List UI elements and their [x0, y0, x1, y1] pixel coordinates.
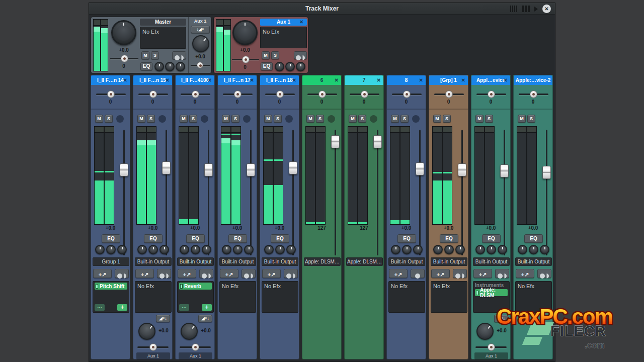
fader-handle[interactable] [373, 135, 382, 148]
solo-button[interactable]: S [527, 115, 535, 123]
pan-knob[interactable] [192, 90, 199, 98]
eq-knob[interactable] [455, 245, 465, 254]
aux-solo-button[interactable]: S [271, 51, 279, 59]
eq-knob[interactable] [529, 245, 538, 254]
eq-knob[interactable] [540, 245, 549, 254]
stereo-button[interactable] [284, 269, 298, 278]
output-selector[interactable]: Built-in Output [515, 257, 552, 266]
eq-button[interactable]: EQ [440, 234, 458, 243]
eq-knob[interactable] [286, 245, 296, 254]
eq-button[interactable]: EQ [228, 234, 247, 243]
fader-handle[interactable] [247, 163, 255, 176]
pan-knob[interactable] [445, 90, 453, 98]
eq-button[interactable]: EQ [144, 234, 163, 243]
pan-knob[interactable] [488, 90, 495, 98]
solo-button[interactable]: S [358, 115, 366, 123]
pan-knob[interactable] [276, 90, 284, 98]
eq-knob[interactable] [233, 245, 243, 254]
mute-button[interactable]: M [222, 115, 230, 123]
mute-button[interactable]: M [180, 115, 188, 123]
record-indicator[interactable] [412, 115, 420, 123]
fader-handle[interactable] [289, 161, 297, 174]
master-volume-knob[interactable] [111, 20, 136, 45]
add-send-button[interactable]: +↗ [135, 269, 154, 278]
record-indicator[interactable] [158, 115, 166, 123]
mute-button[interactable]: M [306, 115, 314, 123]
add-send-button[interactable]: +↗ [473, 269, 492, 278]
eq-button[interactable]: EQ [397, 234, 416, 243]
output-selector[interactable]: Built-in Output [473, 257, 510, 266]
aux-stereo-button[interactable] [294, 51, 307, 59]
master-eq-knob[interactable] [176, 62, 185, 71]
eq-knob[interactable] [264, 245, 274, 254]
solo-button[interactable]: S [231, 115, 239, 123]
record-indicator[interactable] [328, 115, 335, 123]
aux-volume-knob[interactable] [232, 20, 258, 45]
track-close-icon[interactable]: ✕ [292, 75, 296, 85]
efx-box[interactable]: No Efx [262, 281, 298, 313]
eq-knob[interactable] [275, 245, 285, 254]
stereo-button[interactable] [157, 269, 171, 278]
eq-knob[interactable] [413, 245, 423, 254]
output-selector[interactable]: Group 1 [93, 257, 129, 266]
fade-mode-button[interactable]: ◢≡↓ [494, 315, 508, 322]
track-header[interactable]: 7 ✕ [345, 75, 383, 85]
efx-box[interactable]: No Efx [135, 281, 172, 313]
add-send-button[interactable]: +↗ [178, 269, 196, 278]
aux-send-knob[interactable] [476, 323, 494, 340]
aux-efx-box[interactable]: No Efx [260, 27, 307, 48]
efx-box[interactable]: No Efx [515, 281, 552, 313]
aux-eq-button[interactable]: EQ [261, 62, 273, 70]
efx-box[interactable]: Pitch Shift…+ [93, 281, 129, 313]
efx-item[interactable]: Reverb [179, 283, 212, 290]
aux-send-slider-knob[interactable] [488, 343, 495, 351]
aux-send-knob[interactable] [138, 323, 155, 340]
aux-eq-knob[interactable] [275, 62, 284, 71]
eq-knob[interactable] [518, 245, 527, 254]
output-selector[interactable]: Built-in Output [135, 257, 172, 266]
aux-eq-knob[interactable] [296, 62, 305, 71]
eq-knob[interactable] [95, 245, 105, 254]
add-send-button[interactable]: +↗ [431, 269, 450, 278]
track-header[interactable]: Appl…evice ✕ [471, 75, 510, 85]
efx-add-button[interactable]: + [117, 304, 127, 311]
track-close-icon[interactable]: ✕ [123, 75, 127, 85]
output-selector[interactable]: Apple: DLSM… [346, 257, 383, 266]
eq-knob[interactable] [202, 245, 211, 254]
track-close-icon[interactable]: ✕ [377, 75, 381, 85]
stereo-button[interactable] [453, 269, 467, 278]
mute-button[interactable]: M [349, 115, 357, 123]
track-header[interactable]: 8 ✕ [387, 75, 426, 85]
track-header[interactable]: 6 ✕ [302, 75, 341, 85]
master-solo-button[interactable]: S [151, 51, 159, 59]
aux-send-knob[interactable] [181, 323, 198, 340]
track-close-icon[interactable]: ✕ [419, 75, 423, 85]
aux-pan-knob[interactable] [242, 56, 250, 63]
efx-more-button[interactable]: … [95, 304, 105, 311]
pan-knob[interactable] [149, 90, 157, 98]
solo-button[interactable]: S [147, 115, 155, 123]
stereo-button[interactable] [537, 269, 551, 278]
stereo-button[interactable] [199, 269, 213, 278]
efx-more-button[interactable]: … [179, 304, 189, 311]
fader-handle[interactable] [204, 163, 213, 176]
aux-send-slider-knob[interactable] [192, 343, 199, 351]
solo-button[interactable]: S [400, 115, 409, 123]
output-selector[interactable]: Apple: DLSM… [304, 257, 341, 266]
eq-knob[interactable] [498, 245, 507, 254]
mute-button[interactable]: M [433, 115, 441, 123]
master-efx-box[interactable]: No Efx [140, 27, 186, 49]
efx-box[interactable]: No Efx [219, 281, 256, 313]
master-pan-knob[interactable] [121, 55, 128, 62]
eq-knob[interactable] [148, 245, 158, 254]
record-indicator[interactable] [285, 115, 293, 123]
titlebar[interactable]: Track Mixer ✕ [89, 3, 555, 15]
stereo-button[interactable] [411, 269, 425, 278]
pan-knob[interactable] [318, 90, 326, 98]
master-eq-button[interactable]: EQ [140, 62, 152, 70]
stereo-button[interactable] [242, 269, 256, 278]
eq-knob[interactable] [391, 245, 400, 254]
track-close-icon[interactable]: ✕ [208, 75, 212, 85]
track-close-icon[interactable]: ✕ [166, 75, 170, 85]
fader-handle[interactable] [120, 163, 128, 176]
